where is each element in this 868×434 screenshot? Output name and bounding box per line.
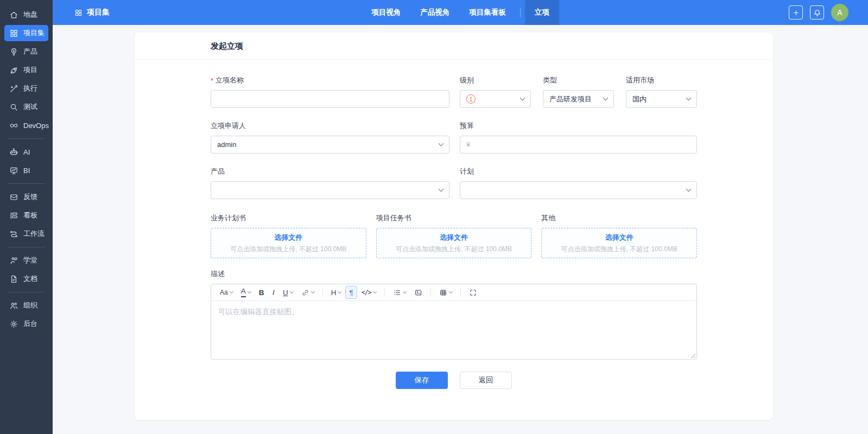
underline-button[interactable]: U (279, 286, 297, 299)
market-select[interactable]: 国内 (626, 90, 697, 108)
tab-initiate[interactable]: 立项 (525, 0, 559, 25)
tab-product-view[interactable]: 产品视角 (410, 0, 459, 25)
applicant-select[interactable]: admin (211, 136, 449, 154)
form-card: 发起立项 * 立项名称 级别 1 (135, 33, 773, 420)
sidebar-item-label: BI (23, 167, 30, 175)
sidebar-item-kanban[interactable]: 看板 (4, 207, 48, 224)
code-button[interactable]: </> (358, 286, 380, 299)
sidebar-item-organization[interactable]: 组织 (4, 297, 48, 314)
text-color-button[interactable]: A (237, 286, 255, 299)
bold-button[interactable]: B (255, 286, 268, 299)
javelin-icon (9, 84, 18, 93)
chevron-down-icon (448, 290, 452, 293)
sidebar-item-label: 组织 (23, 301, 37, 310)
level-select[interactable]: 1 (460, 90, 531, 108)
add-button[interactable] (789, 5, 803, 20)
sidebar-item-program[interactable]: 项目集 (4, 25, 48, 41)
chevron-down-icon (402, 290, 406, 293)
heading-button[interactable]: H (327, 286, 345, 299)
list-button[interactable] (389, 286, 410, 299)
back-button[interactable]: 返回 (460, 372, 512, 389)
sidebar-item-testing[interactable]: 测试 (4, 99, 48, 115)
sidebar-item-label: 学堂 (23, 256, 37, 265)
chevron-down-icon (439, 187, 444, 192)
sidebar-item-label: 地盘 (23, 10, 37, 20)
tab-project-view[interactable]: 项目视角 (362, 0, 410, 25)
plus-icon (792, 9, 800, 17)
table-button[interactable] (435, 286, 456, 299)
chevron-down-icon (686, 95, 692, 101)
description-editor: Aa A B I U H (211, 284, 697, 360)
sidebar-divider (8, 247, 45, 247)
other-files-upload[interactable]: 选择文件 可点击添加或拖拽上传, 不超过 100.0MB (541, 228, 697, 258)
paragraph-button[interactable]: ¶ (345, 286, 357, 299)
sidebar-item-label: 项目 (23, 65, 37, 75)
sidebar-item-docs[interactable]: 文档 (4, 271, 48, 287)
users-icon (9, 301, 18, 310)
sidebar-item-label: 后台 (23, 319, 37, 329)
product-select[interactable] (211, 181, 449, 199)
fullscreen-icon (469, 289, 477, 297)
table-icon (439, 289, 447, 297)
sidebar-item-bi[interactable]: BI (4, 162, 48, 178)
business-plan-upload[interactable]: 选择文件 可点击添加或拖拽上传, 不超过 100.0MB (211, 228, 366, 258)
resize-handle[interactable] (690, 353, 695, 358)
initiate-form: * 立项名称 级别 1 (211, 60, 697, 389)
sidebar-item-label: AI (23, 148, 30, 156)
sidebar-item-label: 看板 (23, 210, 37, 220)
upload-hint: 可点击添加或拖拽上传, 不超过 100.0MB (396, 245, 512, 254)
sidebar-item-ai[interactable]: AI (4, 144, 48, 160)
app-title-label: 项目集 (87, 8, 110, 17)
chart-board-icon (9, 166, 18, 175)
sidebar-item-workflow[interactable]: 工作流 (4, 226, 48, 242)
description-label: 描述 (211, 269, 697, 279)
link-button[interactable] (297, 286, 318, 299)
sidebar-item-execution[interactable]: 执行 (4, 80, 48, 97)
sidebar-item-feedback[interactable]: 反馈 (4, 189, 48, 205)
choose-file-button[interactable]: 选择文件 (274, 233, 302, 242)
other-files-label: 其他 (541, 213, 697, 223)
budget-input[interactable]: ¥ (460, 136, 697, 154)
robot-icon (9, 148, 18, 157)
sidebar-item-project[interactable]: 项目 (4, 62, 48, 78)
chevron-down-icon (686, 187, 692, 192)
app-title[interactable]: 项目集 (74, 8, 110, 17)
sidebar-item-academy[interactable]: 学堂 (4, 252, 48, 269)
save-button[interactable]: 保存 (396, 372, 448, 389)
notifications-button[interactable] (810, 5, 824, 20)
name-input[interactable] (211, 90, 449, 108)
grid-icon (74, 9, 83, 17)
sidebar-item-admin[interactable]: 后台 (4, 316, 48, 332)
sidebar: 地盘 项目集 产品 项目 执行 测试 DevOps AI BI 反馈 看板 (0, 0, 53, 434)
sidebar-item-label: 项目集 (23, 28, 45, 38)
tab-program-kanban[interactable]: 项目集看板 (459, 0, 516, 25)
required-asterisk: * (211, 76, 213, 85)
workflow-icon (9, 229, 18, 239)
type-select[interactable]: 产品研发项目 (543, 90, 614, 108)
sidebar-item-product[interactable]: 产品 (4, 43, 48, 60)
fullscreen-button[interactable] (465, 286, 481, 299)
type-label: 类型 (543, 75, 614, 85)
choose-file-button[interactable]: 选择文件 (440, 233, 468, 242)
image-button[interactable] (410, 286, 426, 299)
editor-content[interactable]: 可以在编辑器直接贴图。 (211, 301, 696, 359)
avatar[interactable]: A (831, 4, 848, 21)
toolbar-divider (384, 288, 385, 297)
image-icon (414, 289, 422, 297)
chevron-down-icon (290, 290, 294, 293)
applicant-label: 立项申请人 (211, 121, 449, 131)
project-task-upload[interactable]: 选择文件 可点击添加或拖拽上传, 不超过 100.0MB (376, 228, 532, 258)
currency-prefix: ¥ (466, 141, 470, 149)
upload-hint: 可点击添加或拖拽上传, 不超过 100.0MB (230, 245, 346, 254)
font-family-button[interactable]: Aa (216, 286, 237, 299)
plan-select[interactable] (460, 181, 697, 199)
sidebar-item-devops[interactable]: DevOps (4, 117, 48, 133)
chevron-down-icon (603, 95, 609, 101)
home-icon (9, 10, 18, 20)
toolbar-divider (460, 288, 461, 297)
italic-button[interactable]: I (268, 286, 278, 299)
sidebar-item-home[interactable]: 地盘 (4, 7, 48, 23)
sidebar-item-label: DevOps (23, 122, 49, 130)
editor-placeholder: 可以在编辑器直接贴图。 (218, 308, 299, 316)
choose-file-button[interactable]: 选择文件 (605, 233, 633, 242)
